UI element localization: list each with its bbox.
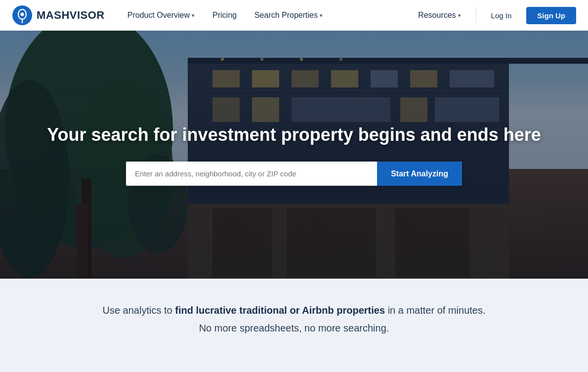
navbar: MASHVISOR Product Overview ▾ Pricing Sea…	[0, 0, 588, 31]
chevron-down-icon: ▾	[192, 12, 195, 19]
nav-search-properties[interactable]: Search Properties ▾	[246, 0, 332, 31]
search-input[interactable]	[126, 162, 377, 186]
logo-link[interactable]: MASHVISOR	[12, 5, 105, 26]
resources-menu[interactable]: Resources ▾	[409, 0, 469, 31]
search-button[interactable]: Start Analyzing	[377, 162, 462, 186]
login-button[interactable]: Log In	[482, 7, 521, 24]
nav-pricing[interactable]: Pricing	[204, 0, 246, 31]
hero-title: Your search for investment property begi…	[10, 124, 578, 146]
svg-point-2	[21, 13, 24, 16]
value-text: Use analytics to find lucrative traditio…	[91, 302, 497, 336]
value-section: Use analytics to find lucrative traditio…	[0, 279, 588, 360]
signup-button[interactable]: Sign Up	[526, 7, 576, 24]
what-section-title: What does Mashvisor do for you?	[20, 370, 568, 372]
main-nav: Product Overview ▾ Pricing Search Proper…	[119, 0, 409, 31]
hero-content: Your search for investment property begi…	[0, 124, 588, 186]
divider	[476, 8, 476, 23]
chevron-down-icon-2: ▾	[320, 12, 323, 19]
chevron-down-icon-3: ▾	[458, 12, 461, 19]
logo-icon	[12, 5, 33, 26]
search-bar: Start Analyzing	[126, 162, 462, 186]
what-section: What does Mashvisor do for you? From Sea…	[0, 360, 588, 372]
nav-product-overview[interactable]: Product Overview ▾	[119, 0, 204, 31]
hero-section: Your search for investment property begi…	[0, 31, 588, 279]
logo-text: MASHVISOR	[37, 9, 105, 22]
navbar-right: Resources ▾ Log In Sign Up	[409, 0, 576, 31]
